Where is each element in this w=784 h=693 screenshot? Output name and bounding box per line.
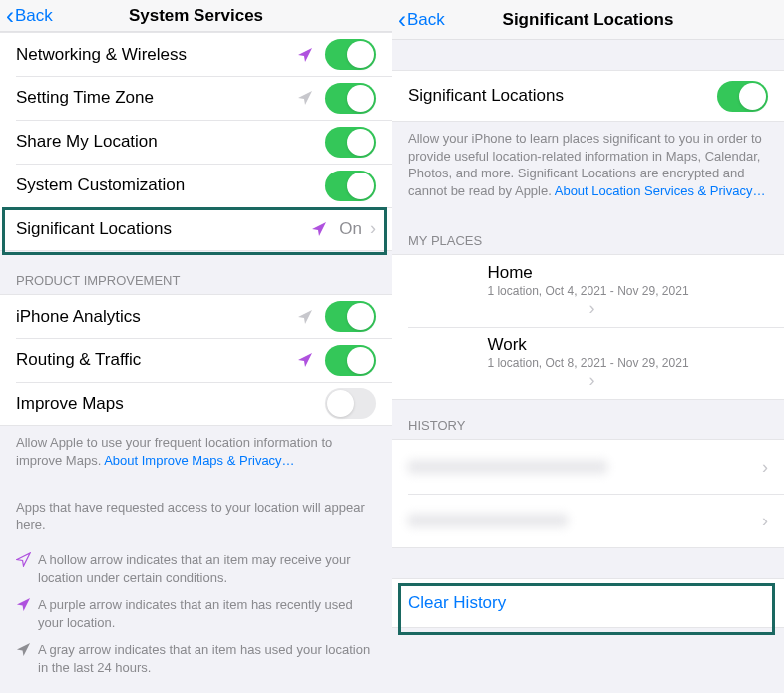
back-button[interactable]: ‹ Back bbox=[398, 8, 445, 32]
location-arrow-hollow-icon bbox=[16, 552, 38, 571]
footer-improve-maps: Allow Apple to use your frequent locatio… bbox=[0, 426, 392, 473]
system-services-screen: ‹ Back System Services Networking & Wire… bbox=[0, 0, 392, 693]
toggle-significant-locations[interactable] bbox=[717, 81, 768, 112]
chevron-right-icon: › bbox=[370, 218, 376, 239]
row-label: iPhone Analytics bbox=[16, 307, 297, 327]
navbar: ‹ Back Significant Locations bbox=[392, 0, 784, 40]
chevron-right-icon: › bbox=[589, 370, 595, 391]
value-text: On bbox=[339, 219, 362, 239]
row-routing-traffic[interactable]: Routing & Traffic bbox=[0, 338, 392, 382]
row-significant-locations-toggle[interactable]: Significant Locations bbox=[392, 70, 784, 122]
footer-description: Allow your iPhone to learn places signif… bbox=[392, 122, 784, 203]
legend-hollow-arrow: A hollow arrow indicates that an item ma… bbox=[16, 551, 376, 586]
chevron-right-icon: › bbox=[589, 298, 595, 319]
chevron-left-icon: ‹ bbox=[398, 8, 406, 32]
toggle-customization[interactable] bbox=[325, 171, 376, 201]
legend: A hollow arrow indicates that an item ma… bbox=[0, 537, 392, 688]
chevron-right-icon: › bbox=[762, 511, 768, 531]
row-improve-maps[interactable]: Improve Maps bbox=[0, 382, 392, 426]
row-label: Setting Time Zone bbox=[16, 88, 297, 108]
row-label: Improve Maps bbox=[16, 394, 325, 414]
location-arrow-gray-icon bbox=[297, 309, 313, 325]
row-system-customization[interactable]: System Customization bbox=[0, 164, 392, 207]
section-header-history: HISTORY bbox=[392, 400, 784, 439]
clear-history-button[interactable]: Clear History bbox=[392, 578, 784, 628]
row-label: Routing & Traffic bbox=[16, 350, 297, 370]
footer-apps-notice: Apps that have requested access to your … bbox=[0, 473, 392, 537]
page-title: Significant Locations bbox=[503, 10, 674, 30]
chevron-right-icon: › bbox=[762, 457, 768, 478]
row-iphone-analytics[interactable]: iPhone Analytics bbox=[0, 294, 392, 338]
location-arrow-purple-icon bbox=[297, 47, 313, 63]
about-location-privacy-link[interactable]: About Location Services & Privacy… bbox=[555, 183, 766, 198]
place-subtitle: 1 location, Oct 4, 2021 - Nov 29, 2021 bbox=[487, 284, 688, 298]
row-share-my-location[interactable]: Share My Location bbox=[0, 120, 392, 164]
location-arrow-gray-icon bbox=[16, 642, 38, 661]
row-label: Share My Location bbox=[16, 132, 325, 152]
row-significant-locations[interactable]: Significant Locations On › bbox=[0, 207, 392, 251]
navbar: ‹ Back System Services bbox=[0, 0, 392, 32]
legend-purple-arrow: A purple arrow indicates that an item ha… bbox=[16, 596, 376, 631]
toggle-routing[interactable] bbox=[325, 345, 376, 376]
row-networking-wireless[interactable]: Networking & Wireless bbox=[0, 32, 392, 76]
location-arrow-gray-icon bbox=[297, 90, 313, 106]
place-title: Work bbox=[487, 335, 688, 355]
back-label: Back bbox=[407, 10, 445, 30]
location-arrow-purple-icon bbox=[16, 597, 38, 616]
back-button[interactable]: ‹ Back bbox=[6, 4, 53, 28]
row-label: System Customization bbox=[16, 175, 325, 195]
redacted-text bbox=[408, 514, 568, 527]
row-label: Networking & Wireless bbox=[16, 45, 297, 65]
chevron-left-icon: ‹ bbox=[6, 4, 14, 28]
redacted-text bbox=[408, 460, 607, 474]
location-arrow-purple-icon bbox=[297, 352, 313, 368]
about-improve-maps-link[interactable]: About Improve Maps & Privacy… bbox=[104, 453, 294, 468]
row-setting-time-zone[interactable]: Setting Time Zone bbox=[0, 76, 392, 120]
place-subtitle: 1 location, Oct 8, 2021 - Nov 29, 2021 bbox=[487, 356, 688, 370]
location-arrow-purple-icon bbox=[311, 221, 327, 237]
toggle-analytics[interactable] bbox=[325, 301, 376, 332]
toggle-timezone[interactable] bbox=[325, 83, 376, 114]
toggle-share-location[interactable] bbox=[325, 127, 376, 158]
row-place-work[interactable]: Work 1 location, Oct 8, 2021 - Nov 29, 2… bbox=[392, 327, 784, 400]
page-title: System Services bbox=[129, 6, 263, 26]
row-place-home[interactable]: Home 1 location, Oct 4, 2021 - Nov 29, 2… bbox=[392, 254, 784, 327]
place-title: Home bbox=[487, 263, 688, 283]
legend-gray-arrow: A gray arrow indicates that an item has … bbox=[16, 641, 376, 676]
toggle-improve-maps[interactable] bbox=[325, 388, 376, 419]
row-history-item[interactable]: › bbox=[392, 494, 784, 548]
section-header-my-places: MY PLACES bbox=[392, 203, 784, 254]
row-label: Significant Locations bbox=[16, 219, 311, 239]
back-label: Back bbox=[15, 6, 53, 26]
row-label: Significant Locations bbox=[408, 86, 717, 106]
section-header-product-improvement: PRODUCT IMPROVEMENT bbox=[0, 251, 392, 294]
toggle-networking[interactable] bbox=[325, 39, 376, 70]
significant-locations-screen: ‹ Back Significant Locations Significant… bbox=[392, 0, 784, 693]
row-history-item[interactable]: › bbox=[392, 439, 784, 494]
